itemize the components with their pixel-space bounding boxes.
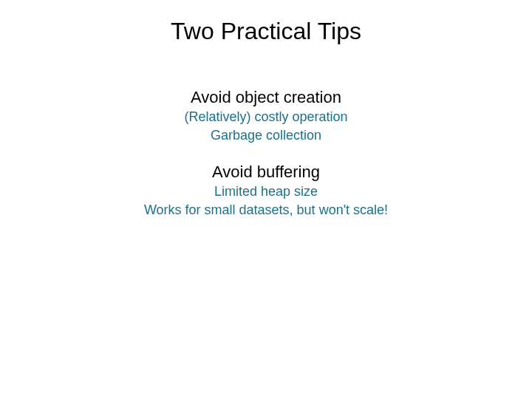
section-heading-1: Avoid object creation — [0, 88, 532, 107]
slide: Two Practical Tips Avoid object creation… — [0, 0, 532, 399]
section-1-detail-1: (Relatively) costly operation — [0, 109, 532, 126]
section-2-detail-2: Works for small datasets, but won't scal… — [0, 202, 532, 219]
slide-title: Two Practical Tips — [0, 0, 532, 45]
section-1-detail-2: Garbage collection — [0, 127, 532, 144]
section-2-detail-1: Limited heap size — [0, 183, 532, 200]
section-heading-2: Avoid buffering — [0, 163, 532, 182]
